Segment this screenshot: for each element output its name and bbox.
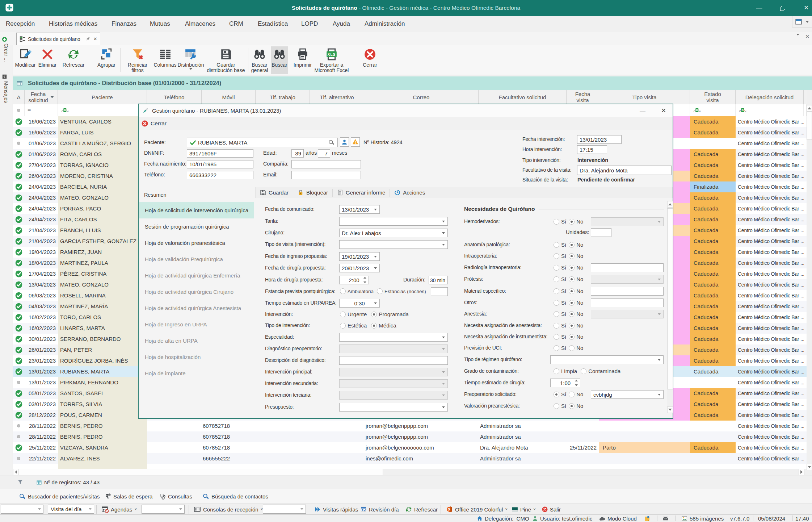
consolas-button[interactable]: Consolas de recepción˅ bbox=[194, 504, 263, 515]
cerrar-button[interactable]: Cerrar bbox=[151, 117, 167, 130]
edad-anos-field[interactable]: 39 bbox=[291, 149, 304, 158]
nav-item-5[interactable]: Hoja de actividad quirúrgica Enfermería bbox=[139, 267, 254, 284]
paciente-field[interactable]: RUBIANES, MARTA bbox=[187, 138, 338, 147]
nec-field-15[interactable]: cvbhjdg bbox=[591, 390, 664, 399]
nec-field-0[interactable] bbox=[591, 217, 664, 226]
cerrar-icon[interactable] bbox=[142, 120, 148, 127]
menu-item-recepci-n[interactable]: Recepción bbox=[6, 16, 35, 32]
radio-no-icon[interactable] bbox=[569, 242, 575, 248]
nec-radios-6[interactable]: Sí No bbox=[554, 288, 588, 294]
scroll-thumb[interactable] bbox=[19, 469, 383, 475]
refrescar-button[interactable]: Refrescar bbox=[405, 504, 438, 515]
radio-si-icon[interactable] bbox=[554, 276, 559, 282]
tab-solicitudes-quirofano[interactable]: Solicitudes de quirófano ✕ bbox=[16, 33, 100, 45]
menu-item-lopd[interactable]: LOPD bbox=[301, 16, 318, 32]
filter-abc-icon[interactable]: ABC bbox=[738, 107, 747, 114]
toolbar-button-agrupar[interactable]: Agrupar bbox=[93, 46, 119, 74]
toolbar-button-eliminar[interactable]: Eliminar bbox=[36, 46, 59, 74]
radio-icon[interactable] bbox=[340, 288, 346, 294]
radio-no-icon[interactable] bbox=[569, 311, 575, 317]
quick-consultas[interactable]: Consultas bbox=[159, 489, 192, 504]
filter-equals-icon[interactable]: = bbox=[28, 107, 31, 113]
radio-si-icon[interactable] bbox=[554, 300, 559, 306]
form-field-6[interactable]: 2:00 bbox=[339, 276, 369, 284]
facultativo-visita-field[interactable]: Dra. Alejandro Mota bbox=[577, 166, 672, 175]
filter-cell[interactable]: = bbox=[25, 104, 58, 116]
nec-field-6[interactable] bbox=[591, 287, 664, 296]
toolbar-button-buscar-general[interactable]: Buscargeneral bbox=[249, 46, 270, 74]
tab-close-icon[interactable]: ✕ bbox=[93, 36, 97, 42]
filter-cell[interactable]: ABC bbox=[58, 104, 147, 116]
mensajes-collapse-icon[interactable] bbox=[2, 74, 7, 80]
pine-theme-button[interactable]: Pine˅ bbox=[512, 504, 536, 515]
filter-abc-icon[interactable]: ABC bbox=[692, 107, 702, 114]
estancias-noches-field[interactable] bbox=[431, 287, 448, 296]
radio-icon[interactable] bbox=[371, 312, 377, 317]
scroll-thumb[interactable] bbox=[667, 208, 673, 389]
nav-item-1[interactable]: Hoja de solicitud de intervención quirúr… bbox=[139, 202, 254, 218]
nec-radios-16[interactable]: Sí No bbox=[554, 403, 588, 409]
menu-item-almacenes[interactable]: Almacenes bbox=[185, 16, 215, 32]
radio-no-icon[interactable] bbox=[569, 219, 575, 225]
close-button[interactable]: ✕ bbox=[796, 0, 812, 16]
form-field-17[interactable] bbox=[339, 403, 448, 412]
dialog-button-acciones[interactable]: Acciones bbox=[390, 187, 429, 198]
filter-cell[interactable] bbox=[13, 104, 25, 116]
tab-bar-close-icon[interactable]: ✕ bbox=[805, 33, 810, 40]
column-header-correo[interactable]: Correo bbox=[364, 90, 479, 104]
toolbar-button-columnas[interactable]: Columnas bbox=[152, 46, 178, 74]
form-field-14[interactable] bbox=[339, 368, 448, 376]
nec-field-12[interactable] bbox=[550, 355, 664, 364]
search-icon[interactable] bbox=[328, 139, 335, 146]
grid-row-30[interactable]: 28/11/2022BERNIS, PEDRO607852718jroman@b… bbox=[13, 431, 807, 442]
toolbar-button-reiniciar-filtros[interactable]: Reiniciarfiltros bbox=[125, 46, 151, 74]
nec-radios-15[interactable]: Sí No bbox=[554, 391, 588, 397]
column-header-paciente[interactable]: Paciente bbox=[58, 90, 147, 104]
filter-cell[interactable]: ABC bbox=[690, 104, 736, 116]
radio-si-icon[interactable] bbox=[554, 219, 559, 225]
nec-field-8[interactable] bbox=[591, 310, 664, 318]
nec-field-4[interactable] bbox=[591, 263, 664, 272]
radio-si-icon[interactable] bbox=[554, 288, 559, 294]
scroll-right-button[interactable] bbox=[799, 469, 804, 475]
radio-no-icon[interactable] bbox=[569, 334, 575, 340]
radio-no-icon[interactable] bbox=[569, 276, 575, 282]
nav-item-6[interactable]: Hoja de actividad quirúrgica Cirujano bbox=[139, 284, 254, 300]
dialog-scrollbar[interactable] bbox=[667, 201, 673, 413]
nec-radios-0[interactable]: Sí No bbox=[554, 218, 588, 225]
visita-del-dia-select[interactable]: Visita del día bbox=[48, 505, 94, 514]
tab-list-dropdown-icon[interactable] bbox=[796, 36, 799, 42]
grid-row-31[interactable]: 25/11/2022VIZCAYA, SANDRA607852718jroman… bbox=[13, 442, 807, 453]
menu-item-crm[interactable]: CRM bbox=[229, 16, 243, 32]
radio-si-icon[interactable] bbox=[554, 345, 559, 351]
column-header-tel-fono[interactable]: Teléfono bbox=[147, 90, 202, 104]
form-radios-10[interactable]: Estética Médica bbox=[340, 322, 401, 329]
radio-no-icon[interactable] bbox=[569, 392, 575, 397]
toolbar-button-cerrar[interactable]: Cerrar bbox=[358, 46, 382, 74]
toolbar-button-distribuci-n[interactable]: Distribución bbox=[176, 46, 206, 74]
radio-icon[interactable] bbox=[377, 288, 383, 294]
radio-si-icon[interactable] bbox=[554, 242, 559, 248]
form-field-11[interactable] bbox=[339, 333, 448, 342]
radio-no-icon[interactable] bbox=[569, 323, 575, 329]
hora-intervencion-field[interactable]: 17:15 bbox=[577, 145, 607, 154]
nav-item-11[interactable]: Hoja de implante bbox=[139, 365, 254, 381]
agendas-button[interactable]: Agendas˅ bbox=[101, 504, 137, 515]
nec-radios-10[interactable]: Sí No bbox=[554, 334, 588, 340]
pin-icon[interactable] bbox=[85, 36, 91, 42]
nacimiento-field[interactable]: 10/01/1985 bbox=[187, 160, 253, 168]
email-field[interactable] bbox=[291, 171, 361, 179]
form-radios-9[interactable]: Urgente Programada bbox=[340, 311, 413, 317]
form-field-15[interactable] bbox=[339, 379, 448, 388]
radio-no-icon[interactable] bbox=[569, 253, 575, 259]
nec-radios-9[interactable]: Sí No bbox=[554, 322, 588, 329]
nec-field-5[interactable] bbox=[591, 275, 664, 284]
dialog-button-bloquear[interactable]: Bloquear bbox=[293, 187, 332, 198]
nav-item-3[interactable]: Hoja de valoración preanestésica bbox=[139, 235, 254, 251]
grid-row-32[interactable]: 22/11/2022ALVAREZ, INES666555222ines@ofi… bbox=[13, 453, 807, 464]
form-field-4[interactable]: 19/01/2023 bbox=[339, 252, 380, 261]
nav-item-7[interactable]: Hoja de actividad quirúrgica Anestesista bbox=[139, 300, 254, 316]
menu-item-administraci-n[interactable]: Administración bbox=[365, 16, 405, 32]
nec-radios-8[interactable]: Sí No bbox=[554, 311, 588, 317]
salir-button[interactable]: Salir bbox=[542, 504, 561, 515]
